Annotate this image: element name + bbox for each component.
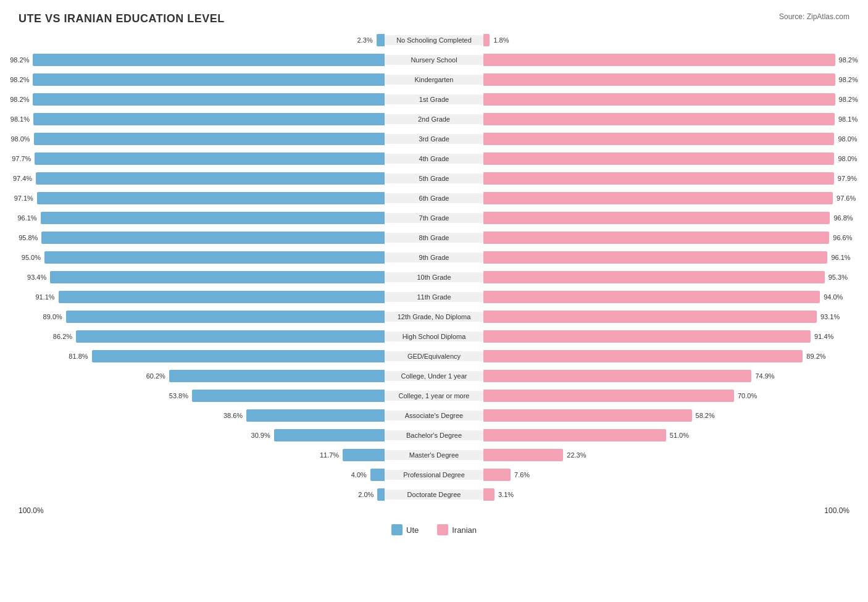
chart-row: 97.7% 4th Grade 98.0% bbox=[19, 150, 849, 167]
chart-row: 53.8% College, 1 year or more 70.0% bbox=[19, 387, 849, 404]
left-value: 30.9% bbox=[251, 432, 270, 439]
chart-row: 38.6% Associate's Degree 58.2% bbox=[19, 407, 849, 424]
bar-blue: 81.8% bbox=[92, 350, 385, 362]
legend-ute-box bbox=[391, 524, 403, 535]
bar-pink: 98.0% bbox=[483, 153, 834, 165]
bar-blue: 2.0% bbox=[377, 488, 385, 501]
right-bar-container: 98.1% bbox=[483, 111, 849, 128]
right-value: 96.6% bbox=[833, 234, 852, 241]
legend-iranian-label: Iranian bbox=[452, 525, 477, 535]
row-label: GED/Equivalency bbox=[385, 351, 483, 361]
legend-ute: Ute bbox=[391, 524, 419, 535]
right-bar-container: 89.2% bbox=[483, 348, 849, 365]
right-value: 74.9% bbox=[755, 372, 774, 380]
bar-blue: 98.2% bbox=[33, 93, 385, 106]
left-value: 98.0% bbox=[10, 135, 30, 143]
chart-container: UTE VS IRANIAN EDUCATION LEVEL Source: Z… bbox=[0, 0, 868, 572]
left-bar-container: 86.2% bbox=[19, 328, 385, 345]
row-label: Nursery School bbox=[385, 55, 483, 65]
left-value: 95.0% bbox=[22, 254, 41, 261]
row-label: College, Under 1 year bbox=[385, 371, 483, 381]
row-label: 10th Grade bbox=[385, 272, 483, 282]
left-bar-container: 91.1% bbox=[19, 288, 385, 306]
right-bar-container: 93.1% bbox=[483, 308, 849, 325]
bar-pink: 95.3% bbox=[483, 271, 825, 283]
right-bar-container: 97.6% bbox=[483, 190, 849, 207]
row-label: High School Diploma bbox=[385, 332, 483, 341]
bar-blue: 98.2% bbox=[33, 73, 385, 86]
left-bar-container: 60.2% bbox=[19, 367, 385, 385]
left-value: 11.7% bbox=[320, 451, 339, 459]
bottom-left-label: 100.0% bbox=[19, 506, 44, 515]
right-value: 95.3% bbox=[828, 274, 848, 281]
right-value: 70.0% bbox=[738, 392, 757, 399]
row-label: 6th Grade bbox=[385, 193, 483, 203]
bar-pink: 98.2% bbox=[483, 73, 835, 86]
right-bar-container: 98.2% bbox=[483, 71, 849, 88]
source-label: Source: ZipAtlas.com bbox=[779, 12, 849, 21]
left-value: 2.0% bbox=[358, 491, 373, 498]
row-label: 8th Grade bbox=[385, 233, 483, 243]
row-label: College, 1 year or more bbox=[385, 391, 483, 401]
chart-row: 86.2% High School Diploma 91.4% bbox=[19, 328, 849, 345]
left-bar-container: 98.1% bbox=[19, 111, 385, 128]
left-bar-container: 81.8% bbox=[19, 348, 385, 365]
right-bar-container: 1.8% bbox=[483, 31, 849, 49]
left-value: 38.6% bbox=[223, 412, 243, 419]
bar-pink: 98.1% bbox=[483, 113, 835, 125]
right-bar-container: 96.6% bbox=[483, 229, 849, 246]
bar-blue: 30.9% bbox=[274, 429, 385, 441]
right-value: 96.1% bbox=[831, 254, 850, 261]
left-bar-container: 2.3% bbox=[19, 31, 385, 49]
chart-row: 98.2% Kindergarten 98.2% bbox=[19, 71, 849, 88]
left-bar-container: 30.9% bbox=[19, 427, 385, 444]
right-value: 3.1% bbox=[498, 491, 514, 498]
right-value: 58.2% bbox=[696, 412, 715, 419]
chart-row: 98.2% Nursery School 98.2% bbox=[19, 51, 849, 69]
right-value: 22.3% bbox=[567, 451, 586, 459]
legend-iranian: Iranian bbox=[437, 524, 477, 535]
right-bar-container: 7.6% bbox=[483, 466, 849, 483]
left-value: 93.4% bbox=[27, 274, 46, 281]
row-label: Master's Degree bbox=[385, 450, 483, 460]
left-value: 95.8% bbox=[19, 234, 38, 241]
right-bar-container: 94.0% bbox=[483, 288, 849, 306]
right-bar-container: 70.0% bbox=[483, 387, 849, 404]
bar-blue: 95.8% bbox=[41, 232, 385, 244]
chart-row: 98.0% 3rd Grade 98.0% bbox=[19, 130, 849, 148]
row-label: 12th Grade, No Diploma bbox=[385, 312, 483, 322]
bar-pink: 94.0% bbox=[483, 291, 820, 303]
right-value: 98.0% bbox=[838, 155, 857, 162]
left-bar-container: 4.0% bbox=[19, 466, 385, 483]
bar-blue: 89.0% bbox=[66, 311, 385, 323]
right-bar-container: 98.2% bbox=[483, 51, 849, 69]
right-bar-container: 97.9% bbox=[483, 170, 849, 187]
bar-pink: 97.9% bbox=[483, 172, 834, 185]
chart-row: 2.3% No Schooling Completed 1.8% bbox=[19, 31, 849, 49]
bar-pink: 74.9% bbox=[483, 370, 751, 382]
right-bar-container: 74.9% bbox=[483, 367, 849, 385]
right-value: 98.2% bbox=[839, 56, 858, 64]
chart-row: 2.0% Doctorate Degree 3.1% bbox=[19, 486, 849, 503]
left-bar-container: 93.4% bbox=[19, 269, 385, 286]
bar-pink: 51.0% bbox=[483, 429, 666, 441]
right-value: 98.2% bbox=[839, 76, 858, 83]
left-value: 91.1% bbox=[35, 293, 54, 301]
bar-blue: 53.8% bbox=[192, 390, 385, 402]
chart-row: 93.4% 10th Grade 95.3% bbox=[19, 269, 849, 286]
right-value: 89.2% bbox=[806, 353, 825, 360]
bar-pink: 7.6% bbox=[483, 469, 511, 481]
right-value: 91.4% bbox=[814, 333, 833, 340]
left-value: 98.2% bbox=[10, 56, 29, 64]
chart-row: 97.1% 6th Grade 97.6% bbox=[19, 190, 849, 207]
right-bar-container: 96.8% bbox=[483, 209, 849, 227]
left-bar-container: 53.8% bbox=[19, 387, 385, 404]
row-label: Doctorate Degree bbox=[385, 490, 483, 500]
bar-pink: 93.1% bbox=[483, 311, 817, 323]
right-bar-container: 96.1% bbox=[483, 249, 849, 266]
left-value: 97.4% bbox=[13, 175, 32, 182]
left-value: 4.0% bbox=[351, 471, 367, 479]
right-bar-container: 22.3% bbox=[483, 446, 849, 464]
bar-pink: 58.2% bbox=[483, 409, 692, 422]
left-value: 96.1% bbox=[17, 214, 36, 222]
